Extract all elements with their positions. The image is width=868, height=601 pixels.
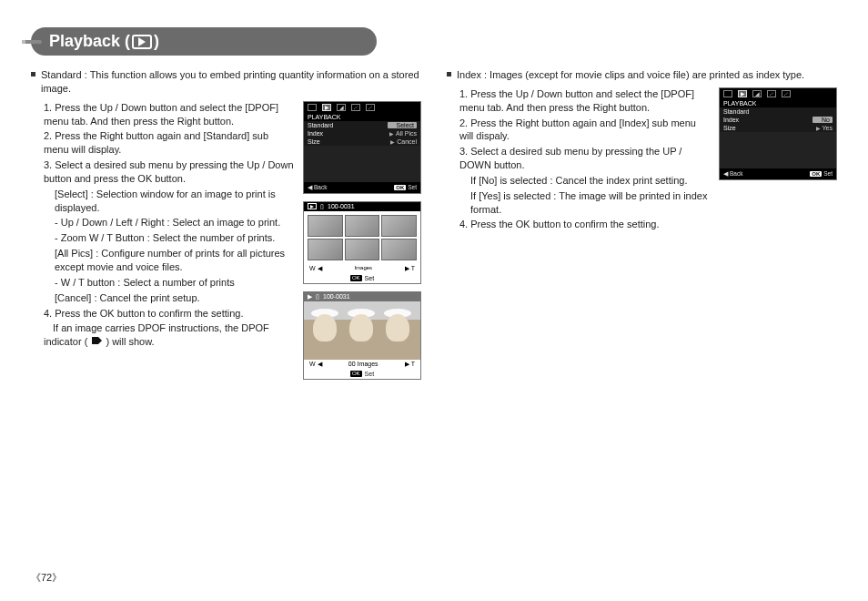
column-standard: Standard : This function allows you to e… xyxy=(31,68,421,380)
title-suffix: ) xyxy=(154,32,159,51)
step-3-yes: If [Yes] is selected : The image will be… xyxy=(459,189,710,217)
dpof-indicator-icon xyxy=(90,335,103,350)
thumb xyxy=(345,215,380,237)
thumb xyxy=(381,215,417,237)
thumb xyxy=(308,215,343,237)
right-screens: ▶ ◢ ⟋ ⟋ PLAYBACK Standard IndexNo SizeYe… xyxy=(719,87,837,180)
thumb xyxy=(345,239,380,260)
step-3-no: If [No] is selected : Cancel the index p… xyxy=(459,174,710,188)
play-tab-icon: ▶ xyxy=(738,90,747,97)
heading-text: : This function allows you to embed prin… xyxy=(41,69,419,94)
lcd-section: PLAYBACK xyxy=(720,99,836,107)
step-1: 1. Press the Up / Down button and select… xyxy=(44,101,294,128)
tool-icon: ⟋ xyxy=(767,90,776,97)
tab-icon xyxy=(723,90,732,97)
step-4b: If an image carries DPOF instructions, t… xyxy=(44,321,294,350)
step-2: 2. Press the Right button again and [Sta… xyxy=(44,129,294,157)
tool-icon: ⟋ xyxy=(351,104,360,111)
step-3-select: [Select] : Selection window for an image… xyxy=(44,188,294,215)
play-tab-icon: ▶ xyxy=(322,104,331,111)
heading-label: Standard xyxy=(41,69,82,80)
ok-badge: OK xyxy=(394,185,406,190)
lcd-single-image: ▶▯100-0031 W ◀00 Images▶ T OKSet xyxy=(303,291,421,380)
step-4: 4. Press the OK button to confirm the se… xyxy=(459,218,710,231)
back-label: Back xyxy=(308,184,327,191)
heading-index: Index : Images (except for movie clips a… xyxy=(447,68,837,82)
ok-badge: OK xyxy=(810,171,822,177)
step-1: 1. Press the Up / Down button and select… xyxy=(459,87,710,115)
heading-standard: Standard : This function allows you to e… xyxy=(31,68,421,96)
lcd-menu-standard: ▶ ◢ ⟋ ⟋ PLAYBACK StandardSelect IndexAll… xyxy=(303,101,421,194)
column-index: Index : Images (except for movie clips a… xyxy=(447,68,837,380)
menu-row: SizeYes xyxy=(720,124,836,132)
lcd-menu-index: ▶ ◢ ⟋ ⟋ PLAYBACK Standard IndexNo SizeYe… xyxy=(719,87,837,180)
thumb xyxy=(308,239,343,260)
left-screens: ▶ ◢ ⟋ ⟋ PLAYBACK StandardSelect IndexAll… xyxy=(303,101,421,380)
lcd-thumbnails: ▯100-0031 W ◀Images▶ T OKSet xyxy=(303,201,421,284)
tab-icon xyxy=(308,104,317,111)
menu-row: SizeCancel xyxy=(304,138,420,146)
menu-row: IndexAll Pics xyxy=(304,129,420,138)
thumb xyxy=(381,239,417,260)
play-icon: ▶ xyxy=(308,293,312,300)
heading-text: : Images (except for movie clips and voi… xyxy=(484,69,804,80)
title-prefix: Playback ( xyxy=(49,32,130,51)
step-3-wt: - W / T button : Select a number of prin… xyxy=(44,276,294,290)
play-icon xyxy=(308,203,317,209)
menu-row: Standard xyxy=(720,107,836,116)
menu-row: StandardSelect xyxy=(304,121,420,129)
setup-icon: ⟋ xyxy=(782,90,791,97)
page-number: 72 xyxy=(31,571,62,585)
step-3-udlr: - Up / Down / Left / Right : Select an i… xyxy=(44,216,294,229)
step-3: 3. Select a desired sub menu by pressing… xyxy=(459,145,710,172)
step-3: 3. Select a desired sub menu by pressing… xyxy=(44,158,294,186)
setup-icon: ⟋ xyxy=(366,104,375,111)
play-icon xyxy=(132,35,152,49)
heading-label: Index xyxy=(457,69,481,80)
bullet-icon xyxy=(447,72,451,76)
menu-row: IndexNo xyxy=(720,116,836,124)
lcd-section: PLAYBACK xyxy=(304,113,420,121)
step-3-allpics: [All Pics] : Configure number of prints … xyxy=(44,247,294,274)
sound-icon: ◢ xyxy=(337,104,346,111)
bullet-icon xyxy=(31,72,35,76)
page-title: Playback ( ) xyxy=(31,27,377,56)
step-4a: 4. Press the OK button to confirm the se… xyxy=(44,307,294,321)
step-2: 2. Press the Right button again and [Ind… xyxy=(459,117,710,144)
back-label: Back xyxy=(723,170,742,178)
step-3-zoom: - Zoom W / T Button : Select the number … xyxy=(44,231,294,245)
sound-icon: ◢ xyxy=(752,90,762,97)
step-3-cancel: [Cancel] : Cancel the print setup. xyxy=(44,291,294,305)
